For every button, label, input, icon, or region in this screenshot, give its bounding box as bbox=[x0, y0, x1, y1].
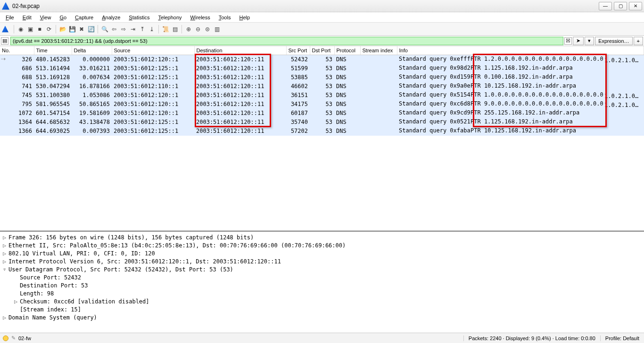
open-file-button[interactable]: 📂 bbox=[58, 25, 67, 33]
bookmark-filter-button[interactable]: ▤ bbox=[1, 37, 8, 45]
zoom-in-button[interactable]: ⊕ bbox=[184, 25, 193, 33]
expand-icon[interactable]: ▷ bbox=[3, 250, 8, 258]
expand-icon[interactable]: ▷ bbox=[3, 258, 8, 266]
proto-tree-row[interactable]: ▿User Datagram Protocol, Src Port: 52432… bbox=[3, 266, 641, 274]
table-row[interactable]: 686513.16149433.0162112003:51:6012:125::… bbox=[0, 64, 644, 73]
proto-tree-row[interactable]: [Stream index: 15] bbox=[3, 306, 641, 314]
find-button[interactable]: 🔍 bbox=[100, 25, 109, 33]
proto-tree-row[interactable]: ▷Frame 326: 156 bytes on wire (1248 bits… bbox=[3, 234, 641, 242]
stop-capture-button[interactable]: ■ bbox=[35, 25, 44, 33]
menu-help[interactable]: Help bbox=[235, 14, 254, 21]
table-row[interactable]: 1364644.68563243.1384782003:51:6012:125:… bbox=[0, 118, 644, 127]
expand-icon[interactable]: ▷ bbox=[3, 314, 8, 322]
cell: 19.581609 bbox=[72, 109, 112, 118]
cell: 53 bbox=[310, 73, 334, 82]
close-button[interactable]: ✕ bbox=[629, 2, 642, 10]
apply-filter-button[interactable]: ➤ bbox=[573, 37, 584, 45]
cell: 51599 bbox=[286, 64, 310, 73]
cell: 2003:51:6012:120::11 bbox=[194, 55, 286, 64]
expand-icon[interactable]: ▷ bbox=[3, 234, 8, 242]
column-header[interactable]: Src Port bbox=[286, 46, 310, 55]
column-header[interactable]: Protocol bbox=[334, 46, 360, 55]
colorize-button[interactable]: ▤ bbox=[171, 25, 179, 33]
go-back-button[interactable]: ⇦ bbox=[110, 25, 118, 33]
cell bbox=[360, 73, 397, 82]
menu-wireless[interactable]: Wireless bbox=[187, 14, 214, 21]
start-capture-button[interactable]: ▣ bbox=[26, 25, 34, 33]
proto-tree-text: Frame 326: 156 bytes on wire (1248 bits)… bbox=[8, 234, 254, 241]
menu-view[interactable]: View bbox=[36, 14, 55, 21]
table-row[interactable]: 688513.1691280.0076342003:51:6012:125::1… bbox=[0, 73, 644, 82]
status-file-label: 02-fw bbox=[18, 335, 31, 341]
cell: 0.007393 bbox=[72, 127, 112, 136]
expert-info-indicator[interactable] bbox=[3, 335, 8, 341]
add-filter-button[interactable]: + bbox=[634, 37, 643, 45]
capture-options-button[interactable]: ◉ bbox=[17, 25, 25, 33]
proto-tree-row[interactable]: Source Port: 52432 bbox=[3, 274, 641, 282]
proto-tree-row[interactable]: ▷Internet Protocol Version 6, Src: 2003:… bbox=[3, 258, 641, 266]
resize-columns-button[interactable]: ▥ bbox=[213, 25, 221, 33]
proto-tree-row[interactable]: ▷Ethernet II, Src: PaloAlto_05:8e:13 (b4… bbox=[3, 242, 641, 250]
reload-button[interactable]: 🔄 bbox=[87, 25, 95, 33]
expression-button[interactable]: Expression… bbox=[595, 37, 632, 45]
table-row[interactable]: 795581.96554550.8651652003:51:6012:120::… bbox=[0, 100, 644, 109]
menu-tools[interactable]: Tools bbox=[215, 14, 235, 21]
proto-tree-row[interactable]: ▷802.1Q Virtual LAN, PRI: 0, CFI: 0, ID:… bbox=[3, 250, 641, 258]
menu-file[interactable]: File bbox=[2, 14, 18, 21]
menu-telephony[interactable]: Telephony bbox=[154, 14, 185, 21]
recent-filter-dropdown[interactable]: ▾ bbox=[585, 37, 594, 45]
restart-capture-button[interactable]: ⟳ bbox=[45, 25, 53, 33]
close-file-button[interactable]: ✖ bbox=[77, 25, 86, 33]
column-header[interactable]: Delta bbox=[72, 46, 112, 55]
titlebar: 02-fw.pcap — ▢ ✕ bbox=[0, 0, 644, 12]
menu-go[interactable]: Go bbox=[56, 14, 70, 21]
go-to-packet-button[interactable]: ⇥ bbox=[129, 25, 137, 33]
maximize-button[interactable]: ▢ bbox=[614, 2, 627, 10]
packet-list-pane[interactable]: ⇢ No.TimeDeltaSourceDestinationSrc PortD… bbox=[0, 46, 644, 231]
cell: DNS bbox=[334, 118, 360, 127]
save-file-button[interactable]: 💾 bbox=[68, 25, 76, 33]
expand-icon[interactable]: ▷ bbox=[14, 298, 20, 306]
zoom-out-button[interactable]: ⊖ bbox=[194, 25, 202, 33]
minimize-button[interactable]: — bbox=[599, 2, 612, 10]
table-row[interactable]: 745531.1003801.0530862003:51:6012:120::1… bbox=[0, 91, 644, 100]
table-row[interactable]: 326480.1452830.0000002003:51:6012:120::1… bbox=[0, 55, 644, 64]
auto-scroll-button[interactable]: 📜 bbox=[161, 25, 170, 33]
menu-statistics[interactable]: Statistics bbox=[125, 14, 153, 21]
zoom-reset-button[interactable]: ⊜ bbox=[203, 25, 212, 33]
proto-tree-row[interactable]: ▷Checksum: 0xcc6d [validation disabled] bbox=[3, 298, 641, 306]
proto-tree-row[interactable]: ▷Domain Name System (query) bbox=[3, 314, 641, 322]
proto-tree-row[interactable]: Length: 98 bbox=[3, 290, 641, 298]
table-row[interactable]: 1366644.6930250.0073932003:51:6012:125::… bbox=[0, 127, 644, 136]
cell: 2003:51:6012:120::11 bbox=[194, 100, 286, 109]
table-row[interactable]: 1072601.54715419.5816092003:51:6012:120:… bbox=[0, 109, 644, 118]
collapse-icon[interactable]: ▿ bbox=[3, 266, 8, 274]
first-packet-button[interactable]: ⤒ bbox=[138, 25, 147, 33]
clear-filter-button[interactable]: ☒ bbox=[564, 37, 572, 45]
table-row[interactable]: 741530.04729416.8781662003:51:6012:110::… bbox=[0, 82, 644, 91]
menu-capture[interactable]: Capture bbox=[71, 14, 97, 21]
cell: Standard query 0x9cd9PTR 255.125.168.192… bbox=[397, 109, 644, 118]
menu-analyze[interactable]: Analyze bbox=[98, 14, 124, 21]
proto-tree-row[interactable]: Destination Port: 53 bbox=[3, 282, 641, 290]
proto-tree-text: [Stream index: 15] bbox=[20, 306, 81, 313]
column-header[interactable]: Destination bbox=[194, 46, 286, 55]
cell: 2003:51:6012:120::1 bbox=[112, 91, 194, 100]
column-header[interactable]: Dst Port bbox=[310, 46, 334, 55]
status-profile[interactable]: Profile: Default bbox=[600, 335, 644, 341]
filter-toolbar: ▤ (ipv6.dst == 2003:51:6012:120::11) && … bbox=[0, 36, 644, 46]
menu-edit[interactable]: Edit bbox=[19, 14, 35, 21]
column-header[interactable]: Info bbox=[397, 46, 644, 55]
packet-details-pane[interactable]: ▷Frame 326: 156 bytes on wire (1248 bits… bbox=[0, 231, 644, 323]
column-header[interactable]: Source bbox=[112, 46, 194, 55]
display-filter-input[interactable]: (ipv6.dst == 2003:51:6012:120::11) && (u… bbox=[10, 37, 563, 45]
column-header[interactable]: Stream index bbox=[360, 46, 397, 55]
last-packet-button[interactable]: ⤓ bbox=[148, 25, 156, 33]
main-toolbar: ◉ ▣ ■ ⟳ 📂 💾 ✖ 🔄 🔍 ⇦ ⇨ ⇥ ⤒ ⤓ 📜 ▤ ⊕ ⊖ ⊜ ▥ bbox=[0, 23, 644, 36]
go-forward-button[interactable]: ⇨ bbox=[119, 25, 128, 33]
cell: 53885 bbox=[286, 73, 310, 82]
column-header[interactable]: Time bbox=[34, 46, 72, 55]
edit-capture-comment-icon[interactable]: ✎ bbox=[11, 335, 16, 341]
column-header[interactable]: No. bbox=[0, 46, 34, 55]
expand-icon[interactable]: ▷ bbox=[3, 242, 8, 250]
